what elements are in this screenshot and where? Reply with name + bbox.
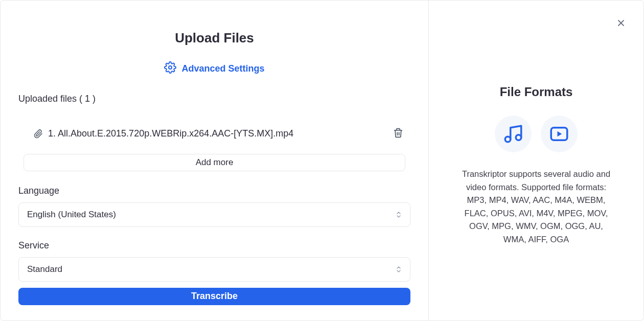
main-panel: Upload Files Advanced Settings Uploaded …	[1, 1, 429, 320]
paperclip-icon	[34, 129, 43, 139]
transcribe-button[interactable]: Transcribe	[18, 288, 410, 306]
formats-description: Transkriptor supports several audio and …	[459, 168, 613, 246]
close-button[interactable]	[614, 16, 628, 32]
service-label: Service	[18, 240, 410, 251]
file-row: 1. All.About.E.2015.720p.WEBRip.x264.AAC…	[18, 117, 410, 151]
file-name: 1. All.About.E.2015.720p.WEBRip.x264.AAC…	[48, 128, 386, 139]
language-select[interactable]: English (United States)	[18, 202, 410, 227]
page-title: Upload Files	[18, 30, 410, 46]
dialog-container: Upload Files Advanced Settings Uploaded …	[0, 0, 644, 321]
svg-point-4	[516, 135, 521, 141]
uploaded-files-prefix: Uploaded files	[18, 94, 77, 104]
language-select-wrap: English (United States)	[18, 202, 410, 227]
close-icon	[616, 22, 626, 30]
music-icon	[495, 116, 532, 152]
language-label: Language	[18, 186, 410, 196]
language-value: English (United States)	[27, 210, 116, 220]
delete-file-button[interactable]	[391, 126, 405, 142]
side-panel: File Formats Transkriptor supports sever…	[429, 1, 643, 320]
video-icon	[541, 116, 578, 152]
service-select[interactable]: Standard	[18, 257, 410, 282]
uploaded-files-label: Uploaded files ( 1 )	[18, 94, 410, 104]
service-select-wrap: Standard	[18, 257, 410, 282]
svg-marker-6	[558, 131, 562, 137]
trash-icon	[393, 132, 403, 140]
svg-point-3	[505, 136, 511, 142]
format-icons	[495, 116, 578, 152]
svg-point-0	[169, 66, 172, 69]
formats-title: File Formats	[500, 85, 573, 99]
advanced-settings-button[interactable]: Advanced Settings	[18, 61, 410, 76]
advanced-settings-label: Advanced Settings	[181, 63, 264, 74]
add-more-button[interactable]: Add more	[24, 154, 405, 171]
gear-icon	[164, 61, 176, 76]
service-value: Standard	[27, 264, 62, 274]
uploaded-files-count: 1	[85, 94, 90, 104]
